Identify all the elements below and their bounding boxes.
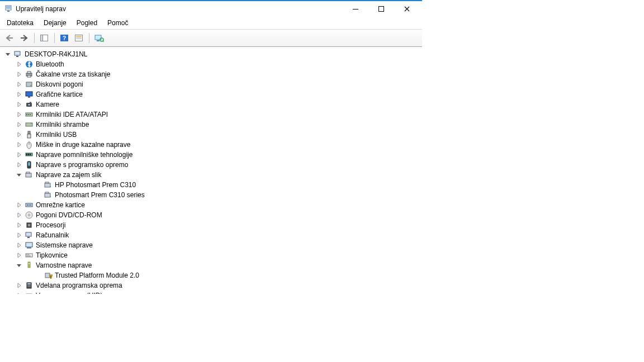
toolbar-scan-button[interactable] (93, 32, 105, 44)
chevron-down-icon[interactable] (4, 51, 11, 58)
chevron-right-icon[interactable] (16, 91, 22, 98)
tree-category[interactable]: Miške in druge kazalne naprave (2, 140, 422, 150)
svg-rect-69 (26, 256, 31, 257)
svg-point-46 (31, 176, 32, 177)
twist-none (35, 182, 41, 188)
tree-category[interactable]: Naprave za zajem slik (2, 170, 422, 180)
cpu-icon (25, 221, 34, 230)
chevron-right-icon[interactable] (16, 71, 22, 78)
toolbar-forward-button[interactable] (18, 32, 30, 44)
tree-item-label: Krmilniki IDE ATA/ATAPI (36, 111, 108, 118)
svg-rect-3 (353, 9, 358, 9)
svg-rect-47 (45, 183, 50, 187)
chevron-right-icon[interactable] (16, 151, 22, 158)
chevron-right-icon[interactable] (16, 252, 22, 259)
chevron-right-icon[interactable] (16, 111, 22, 118)
svg-rect-6 (41, 35, 43, 41)
toolbar-help-button[interactable]: ? (58, 32, 70, 44)
tree-category[interactable]: Procesorji (2, 220, 422, 230)
chevron-right-icon[interactable] (16, 232, 22, 239)
chevron-right-icon[interactable] (16, 282, 22, 289)
svg-rect-16 (15, 51, 20, 55)
toolbar: ? (0, 30, 422, 47)
tree-root[interactable]: DESKTOP-R4KJ1NL (2, 49, 422, 59)
svg-rect-2 (7, 11, 10, 12)
svg-rect-39 (26, 154, 27, 155)
tree-device[interactable]: Photosmart Prem C310 series (2, 190, 422, 200)
chevron-down-icon[interactable] (16, 262, 22, 269)
chevron-right-icon[interactable] (16, 101, 22, 108)
tree-category[interactable]: Krmilniki USB (2, 130, 422, 140)
svg-rect-11 (76, 37, 82, 38)
tree-category[interactable]: Kamere (2, 99, 422, 109)
chevron-right-icon[interactable] (16, 242, 22, 249)
maximize-button[interactable] (368, 1, 394, 17)
minimize-button[interactable] (343, 1, 368, 17)
tree-category[interactable]: Naprave s programsko opremo (2, 160, 422, 170)
menu-help[interactable]: Pomoč (103, 18, 132, 28)
chevron-right-icon[interactable] (16, 161, 22, 168)
svg-rect-70 (28, 262, 30, 268)
toolbar-properties-button[interactable] (73, 32, 85, 44)
tree-item-label: Krmilniki USB (36, 131, 77, 139)
chevron-right-icon[interactable] (16, 121, 22, 128)
tree-category[interactable]: Omrežne kartice (2, 200, 422, 210)
twist-none (35, 192, 41, 198)
svg-rect-51 (45, 192, 49, 193)
tree-category[interactable]: Čakalne vrste za tiskanje (2, 69, 422, 79)
tree-category[interactable]: Sistemske naprave (2, 240, 422, 250)
tree-device[interactable]: !Trusted Platform Module 2.0 (2, 270, 422, 280)
tree-category[interactable]: Vnosne naprave (HID) (2, 290, 422, 294)
tree-category[interactable]: Naprave pomnilniške tehnologije (2, 150, 422, 160)
network-icon (25, 201, 34, 209)
tree-category[interactable]: Računalnik (2, 230, 422, 240)
svg-rect-30 (26, 114, 27, 115)
svg-point-71 (29, 263, 30, 264)
tree-category[interactable]: Pogoni DVD/CD-ROM (2, 210, 422, 220)
imaging-icon (44, 180, 53, 189)
chevron-right-icon[interactable] (16, 212, 22, 218)
tree-category[interactable]: Krmilniki IDE ATA/ATAPI (2, 109, 422, 120)
svg-rect-67 (27, 254, 29, 255)
chevron-right-icon[interactable] (16, 131, 22, 138)
chevron-down-icon[interactable] (16, 172, 22, 178)
chevron-right-icon[interactable] (16, 202, 22, 208)
tree-device[interactable]: HP Photosmart Prem C310 (2, 180, 422, 190)
menubar: Datoteka Dejanje Pogled Pomoč (0, 17, 422, 29)
menu-action[interactable]: Dejanje (39, 18, 71, 28)
memory-icon (25, 150, 34, 159)
security-icon (25, 261, 34, 270)
tree-item-label: Trusted Platform Module 2.0 (55, 272, 139, 279)
tree-category[interactable]: Grafične kartice (2, 89, 422, 99)
chevron-right-icon[interactable] (16, 141, 22, 148)
imaging-icon (25, 170, 34, 179)
tree-category[interactable]: Vdelana programska oprema (2, 280, 422, 290)
chevron-right-icon[interactable] (16, 292, 22, 294)
chevron-right-icon[interactable] (16, 61, 22, 68)
tree-category[interactable]: Krmilniki shrambe (2, 120, 422, 130)
svg-rect-66 (26, 254, 27, 255)
svg-rect-62 (27, 237, 30, 238)
tree-category[interactable]: Tipkovnice (2, 250, 422, 260)
imaging-icon (44, 190, 53, 199)
device-tree[interactable]: DESKTOP-R4KJ1NLBluetoothČakalne vrste za… (0, 47, 422, 294)
close-button[interactable] (394, 1, 420, 17)
toolbar-back-button[interactable] (3, 32, 16, 44)
svg-rect-76 (27, 285, 31, 285)
svg-rect-48 (45, 182, 49, 183)
tree-category[interactable]: Bluetooth (2, 59, 422, 69)
toolbar-show-hide-button[interactable] (38, 32, 50, 44)
chevron-right-icon[interactable] (16, 81, 22, 88)
dvd-icon (25, 211, 34, 220)
computer-icon (25, 231, 34, 240)
tree-category[interactable]: Varnostne naprave (2, 260, 422, 270)
menu-view[interactable]: Pogled (72, 18, 102, 28)
svg-rect-32 (30, 114, 31, 115)
menu-file[interactable]: Datoteka (2, 18, 38, 28)
tree-item-label: Krmilniki shrambe (36, 121, 89, 128)
tree-category[interactable]: Diskovni pogoni (2, 79, 422, 89)
mouse-icon (25, 140, 34, 149)
tree-item-label: Bluetooth (36, 60, 64, 68)
tree-item-label: Naprave pomnilniške tehnologije (36, 151, 132, 159)
chevron-right-icon[interactable] (16, 222, 22, 228)
